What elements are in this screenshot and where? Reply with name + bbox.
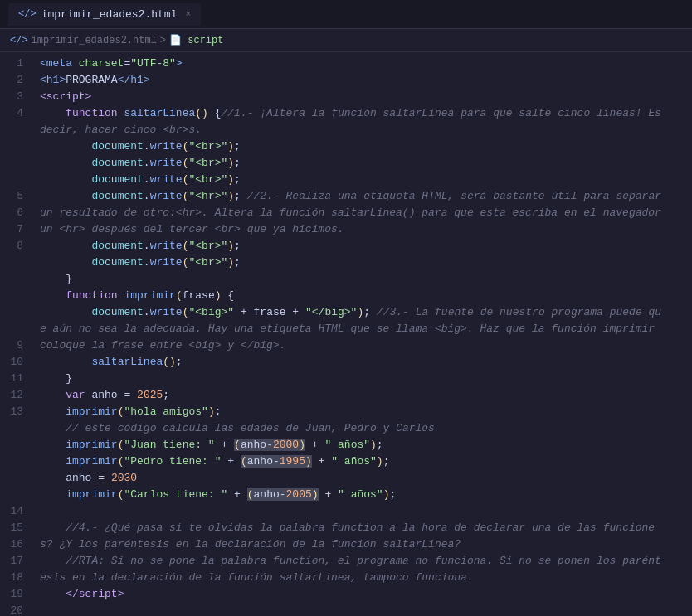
code-line-21: anho = 2030 [33, 470, 692, 487]
tab-close-button[interactable]: × [185, 9, 191, 19]
editor-tab[interactable]: </> imprimir_edades2.html × [8, 3, 201, 26]
code-line-12: function imprimir(frase) { [33, 288, 692, 304]
code-line-8: document.write("<hr>"); //2.- Realiza un… [33, 188, 692, 238]
code-line-11: } [33, 271, 692, 288]
code-line-10: document.write("<br>"); [33, 255, 692, 271]
code-line-25: //RTA: Si no se pone la palabra function… [33, 553, 692, 586]
code-line-15: } [33, 371, 692, 387]
file-icon: </> [18, 8, 37, 20]
code-line-9: document.write("<br>"); [33, 238, 692, 255]
code-line-26: </script> [33, 586, 692, 603]
code-line-20: imprimir("Pedro tiene: " + (anho-1995) +… [33, 454, 692, 470]
code-line-24: //4.- ¿Qué pasa si te olvidas la palabra… [33, 520, 692, 553]
code-line-6: document.write("<br>"); [33, 155, 692, 172]
line-numbers: 1 2 3 4 5 6 7 8 9 10 11 12 13 14 15 16 1… [0, 52, 33, 616]
code-line-19: imprimir("Juan tiene: " + (anho-2000) + … [33, 437, 692, 454]
tab-filename: imprimir_edades2.html [41, 8, 178, 21]
code-line-5: document.write("<br>"); [33, 138, 692, 155]
code-line-23 [33, 503, 692, 520]
code-line-1: <meta charset="UTF-8"> [33, 56, 692, 72]
code-line-14: saltarLinea(); [33, 354, 692, 371]
code-line-17: imprimir("hola amigos"); [33, 404, 692, 420]
code-line-3: <script> [33, 89, 692, 105]
breadcrumb-section: 📄 script [169, 34, 223, 46]
breadcrumb-separator: > [160, 35, 166, 46]
editor[interactable]: 1 2 3 4 5 6 7 8 9 10 11 12 13 14 15 16 1… [0, 52, 692, 616]
code-line-16: var anho = 2025; [33, 387, 692, 404]
code-line-2: <h1>PROGRAMA</h1> [33, 72, 692, 89]
code-line-7: document.write("<br>"); [33, 172, 692, 188]
code-area[interactable]: <meta charset="UTF-8"> <h1>PROGRAMA</h1>… [33, 52, 692, 616]
code-line-22: imprimir("Carlos tiene: " + (anho-2005) … [33, 487, 692, 503]
breadcrumb-file[interactable]: imprimir_edades2.html [32, 35, 157, 46]
title-bar: </> imprimir_edades2.html × [0, 0, 692, 29]
code-line-13: document.write("<big>" + frase + "</big>… [33, 304, 692, 354]
breadcrumb: </> imprimir_edades2.html > 📄 script [0, 29, 692, 52]
code-line-27 [33, 603, 692, 616]
code-line-18: // este código calcula las edades de Jua… [33, 420, 692, 437]
breadcrumb-file-icon: </> [10, 35, 28, 46]
code-line-4: function saltarLinea() {//1.- ¡Altera la… [33, 105, 692, 138]
